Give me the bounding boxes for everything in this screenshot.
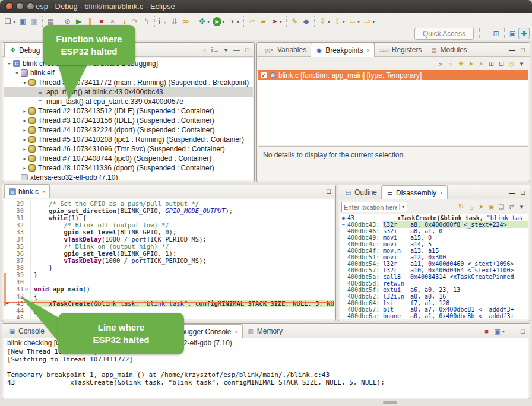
view-menu-icon[interactable]: ▾ (517, 202, 527, 212)
run-icon[interactable]: ▶ (213, 17, 221, 26)
refresh-view-icon[interactable]: ↻ (456, 202, 466, 212)
tab-registers[interactable]: 1010 Registers (375, 43, 426, 56)
go-to-file-icon[interactable]: ➤ (466, 59, 476, 69)
expand-arrow-icon[interactable]: ▾ (6, 61, 12, 66)
instruction-stepping-icon[interactable]: i→ (157, 16, 169, 27)
debug-tree-item[interactable]: xtensa-esp32-elf-gdb (7.10) (4, 173, 253, 180)
maximize-icon[interactable]: □ (518, 326, 528, 336)
location-combo[interactable]: ▾ (341, 202, 407, 212)
close-icon[interactable]: × (235, 329, 238, 335)
drop-to-frame-icon[interactable]: ⇊ (169, 16, 180, 27)
cpp-perspective-icon[interactable]: ▣ (507, 28, 518, 39)
disassembly-listing[interactable]: ●43 xTaskCreate(&blink_task, "blink_tas→… (340, 214, 528, 319)
expand-arrow-icon[interactable]: ▾ (14, 71, 20, 76)
select-default-group-icon[interactable]: ➤ (476, 59, 486, 69)
debug-tree-item[interactable]: ▾Thread #1 1073411772 (main : Running) (… (4, 78, 253, 87)
link-view-icon[interactable]: ⇄ (506, 202, 517, 212)
new-wizard-icon[interactable]: ❏ (2, 16, 14, 27)
show-breakpoints-supported-icon[interactable]: ❖ (456, 59, 466, 69)
view-menu-icon[interactable]: ▾ (221, 45, 231, 55)
display-selected-console-icon-menu[interactable]: ▾ (502, 329, 505, 334)
collapse-all-icon[interactable]: ⊟ (496, 59, 506, 69)
expand-arrow-icon[interactable]: ▸ (21, 147, 28, 152)
external-tools-icon-menu[interactable]: ▾ (280, 19, 282, 24)
remove-all-breakpoints-icon[interactable]: × (446, 59, 456, 69)
debug-tree-item[interactable]: ▸Thread #4 1073432224 (dport) (Suspended… (4, 125, 253, 135)
debug-tree-item[interactable]: ≡main_task() at cpu_start.c:339 0x400d05… (4, 97, 253, 106)
profile-icon[interactable]: ◑ (226, 16, 238, 27)
display-selected-console-icon[interactable]: ▣ (492, 326, 502, 336)
chevron-down-icon[interactable]: ▾ (399, 204, 407, 210)
minimize-icon[interactable]: — (232, 45, 242, 55)
expand-arrow-icon[interactable]: ▾ (21, 80, 28, 85)
debug-icon[interactable]: ✤ (197, 16, 208, 27)
expand-arrow-icon[interactable]: ▸ (21, 137, 28, 142)
minimize-icon[interactable]: — (507, 188, 517, 197)
previous-annotation-icon-menu[interactable]: ▾ (343, 19, 345, 24)
next-annotation-icon-menu[interactable]: ▾ (328, 19, 330, 24)
use-step-filters-icon[interactable]: ≫ (180, 16, 191, 27)
next-annotation-icon[interactable]: ⇩ (317, 16, 328, 27)
debug-tree-item[interactable]: ▸Thread #7 1073408744 (ipc0) (Suspended … (4, 154, 253, 163)
horizontal-scrollbar[interactable] (383, 401, 397, 404)
remove-selected-breakpoint-icon[interactable]: × (436, 59, 446, 69)
terminate-console-icon[interactable]: ■ (482, 326, 492, 336)
debug-tree-item[interactable]: ▾blink.elf (4, 68, 253, 78)
minimize-icon[interactable]: — (507, 326, 517, 336)
location-input[interactable] (342, 202, 399, 212)
window-maximize-button[interactable] (27, 2, 34, 10)
mark-occurrences-icon[interactable]: ✎ (289, 16, 300, 27)
maximize-icon[interactable]: □ (518, 45, 528, 55)
expand-arrow-icon[interactable]: ▸ (21, 128, 28, 133)
open-type-icon[interactable]: ◆ (300, 16, 312, 27)
minimize-icon[interactable]: — (313, 186, 323, 196)
breakpoint-row[interactable]: ✓ blink.c [function: app_main] [type: Te… (258, 70, 528, 80)
forward-icon[interactable]: ⇨ (362, 16, 373, 27)
run-icon-menu[interactable]: ▾ (222, 19, 224, 24)
maximize-icon[interactable]: □ (242, 45, 252, 55)
debug-perspective-icon[interactable]: ✤ (518, 28, 530, 39)
expand-arrow-icon[interactable]: ▸ (21, 166, 28, 171)
window-close-button[interactable] (5, 2, 13, 10)
breakpoint-checkbox[interactable]: ✓ (261, 72, 267, 78)
tab-variables[interactable]: (x)= Variables (259, 43, 311, 56)
open-perspective-icon[interactable]: ⊞ (490, 28, 502, 39)
tab-disassembly[interactable]: ☰ Disassembly × (381, 185, 448, 199)
debug-tree-item[interactable]: ▸Thread #5 1073410208 (ipc1 : Running) (… (4, 135, 253, 144)
forward-icon-menu[interactable]: ▾ (372, 19, 375, 24)
tab-modules[interactable]: ▤ Modules (426, 43, 471, 56)
close-icon[interactable]: × (42, 189, 45, 195)
maximize-icon[interactable]: □ (324, 186, 334, 196)
home-icon[interactable]: ⌂ (466, 202, 476, 212)
quick-access-box[interactable]: Quick Access (414, 28, 474, 40)
profile-icon-menu[interactable]: ▾ (237, 19, 239, 24)
instruction-stepping-mode-icon[interactable]: i→ (210, 45, 220, 55)
view-menu-icon[interactable]: ▾ (517, 59, 527, 69)
previous-annotation-icon[interactable]: ⇧ (332, 16, 343, 27)
new-wizard-icon-menu[interactable]: ▾ (13, 19, 15, 24)
minimize-icon[interactable]: — (507, 45, 517, 55)
expand-arrow-icon[interactable]: ▸ (21, 156, 28, 161)
close-icon[interactable]: × (367, 47, 370, 53)
external-tools-icon[interactable]: ➤ (269, 16, 280, 27)
expand-arrow-icon[interactable]: ▸ (21, 118, 28, 123)
save-icon[interactable]: ▣ (17, 16, 28, 27)
save-all-icon[interactable]: ▣ (28, 16, 40, 27)
close-icon[interactable]: × (440, 190, 443, 196)
expand-arrow-icon[interactable]: ▸ (21, 109, 28, 114)
back-icon[interactable]: ⇦ (347, 16, 358, 27)
new-launch-config-icon[interactable]: ▱ (246, 16, 258, 27)
expand-all-icon[interactable]: ⊞ (486, 59, 496, 69)
remove-all-terminated-icon[interactable]: × (200, 45, 210, 55)
debug-tree-item[interactable]: ▸Thread #6 1073431096 (Tmr Svc) (Suspend… (4, 144, 253, 154)
step-return-icon[interactable]: ↰ (141, 16, 152, 27)
tab-memory[interactable]: ▥ Memory (243, 325, 287, 338)
new-disassembly-view-icon[interactable]: ❏ (496, 202, 506, 212)
debug-tree-item[interactable]: ▸Thread #2 1073413512 (IDLE) (Suspended … (4, 106, 253, 116)
sync-with-source-icon[interactable]: ◉ (486, 202, 496, 212)
tab-breakpoints[interactable]: ◉ Breakpoints × (311, 43, 375, 57)
window-minimize-button[interactable] (16, 2, 24, 10)
link-with-debug-icon[interactable]: ◎ (506, 59, 517, 69)
tab-outline[interactable]: ▤ Outline (340, 186, 381, 199)
debug-icon-menu[interactable]: ▾ (207, 19, 210, 24)
